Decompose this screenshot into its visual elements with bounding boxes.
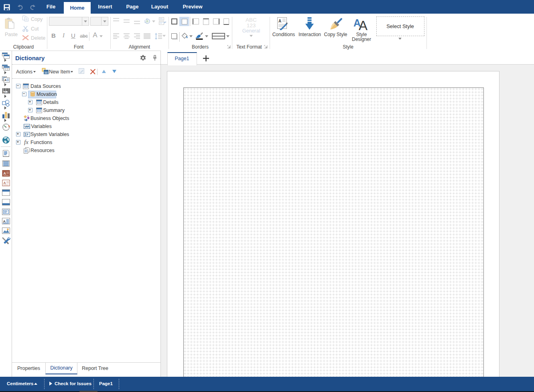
svg-text:A: A	[359, 18, 368, 31]
svg-text:VAR: VAR	[24, 125, 30, 128]
svg-text:H2>: H2>	[3, 91, 7, 94]
svg-text:Σ#: Σ#	[24, 132, 28, 136]
svg-text:A: A	[4, 181, 6, 185]
svg-text:A: A	[3, 219, 6, 223]
svg-text:A: A	[278, 19, 281, 23]
svg-text:A: A	[4, 78, 7, 82]
svg-text:A: A	[4, 171, 6, 175]
